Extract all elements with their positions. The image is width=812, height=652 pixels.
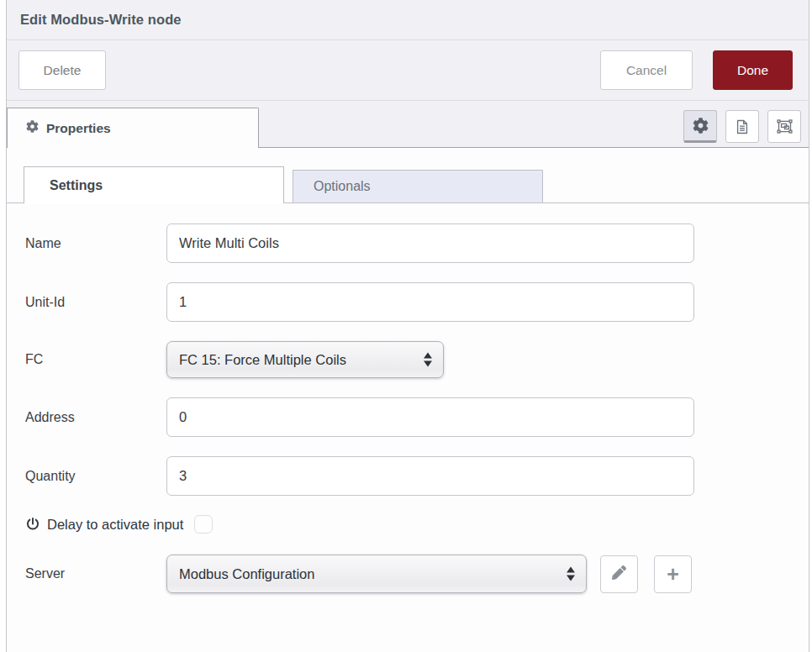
tab-settings[interactable]: Settings (24, 166, 284, 203)
pencil-icon (612, 565, 626, 582)
document-icon (734, 118, 751, 135)
unit-id-row: Unit-Id (25, 282, 809, 322)
page-title: Edit Modbus-Write node (20, 12, 182, 28)
select-spinner-icon (424, 353, 432, 367)
server-row: Server Modbus Configuration + (25, 555, 809, 593)
tab-action-buttons (683, 110, 801, 143)
fc-row: FC FC 15: Force Multiple Coils (25, 341, 809, 378)
plus-icon: + (667, 564, 679, 585)
name-label: Name (25, 236, 166, 251)
tray-header: Edit Modbus-Write node (7, 0, 809, 40)
appearance-view-button[interactable] (767, 110, 801, 143)
unit-id-label: Unit-Id (25, 295, 166, 310)
delay-checkbox[interactable] (194, 515, 213, 534)
quantity-row: Quantity (25, 456, 809, 496)
tray-toolbar: Delete Cancel Done (7, 40, 809, 101)
tab-optionals-label: Optionals (314, 179, 371, 194)
description-view-button[interactable] (725, 110, 759, 143)
edit-node-tray: Edit Modbus-Write node Delete Cancel Don… (6, 0, 809, 652)
gear-icon (693, 118, 709, 134)
fc-select-value: FC 15: Force Multiple Coils (179, 352, 346, 368)
delete-button[interactable]: Delete (18, 50, 106, 90)
name-row: Name (25, 223, 809, 263)
settings-tab-bar: Settings Optionals (7, 166, 809, 203)
address-row: Address (25, 397, 809, 437)
properties-panel: Settings Optionals Name Unit-Id FC FC 15… (7, 148, 809, 652)
power-icon (25, 517, 40, 532)
fc-label: FC (25, 352, 166, 367)
add-server-button[interactable]: + (654, 555, 692, 593)
settings-form: Name Unit-Id FC FC 15: Force Multiple Co… (7, 203, 809, 593)
quantity-label: Quantity (25, 469, 166, 484)
tab-optionals[interactable]: Optionals (293, 170, 543, 202)
server-select-value: Modbus Configuration (179, 566, 314, 582)
select-spinner-icon (567, 567, 575, 581)
name-input[interactable] (166, 223, 694, 263)
address-input[interactable] (166, 397, 694, 437)
done-button[interactable]: Done (713, 50, 793, 90)
tab-properties[interactable]: Properties (7, 108, 259, 148)
editor-tab-bar: Properties (7, 101, 809, 148)
tab-properties-label: Properties (46, 121, 111, 136)
fc-select[interactable]: FC 15: Force Multiple Coils (166, 341, 444, 378)
delay-label: Delay to activate input (47, 517, 183, 533)
tab-settings-label: Settings (50, 178, 103, 193)
delay-row: Delay to activate input (25, 515, 809, 534)
server-select[interactable]: Modbus Configuration (166, 555, 587, 593)
object-group-icon (776, 118, 794, 135)
address-label: Address (25, 410, 166, 425)
quantity-input[interactable] (166, 456, 694, 496)
unit-id-input[interactable] (166, 282, 694, 322)
gear-icon (26, 120, 39, 136)
properties-view-button[interactable] (683, 110, 717, 143)
edit-server-button[interactable] (600, 555, 638, 593)
cancel-button[interactable]: Cancel (600, 50, 693, 90)
server-label: Server (25, 566, 166, 581)
